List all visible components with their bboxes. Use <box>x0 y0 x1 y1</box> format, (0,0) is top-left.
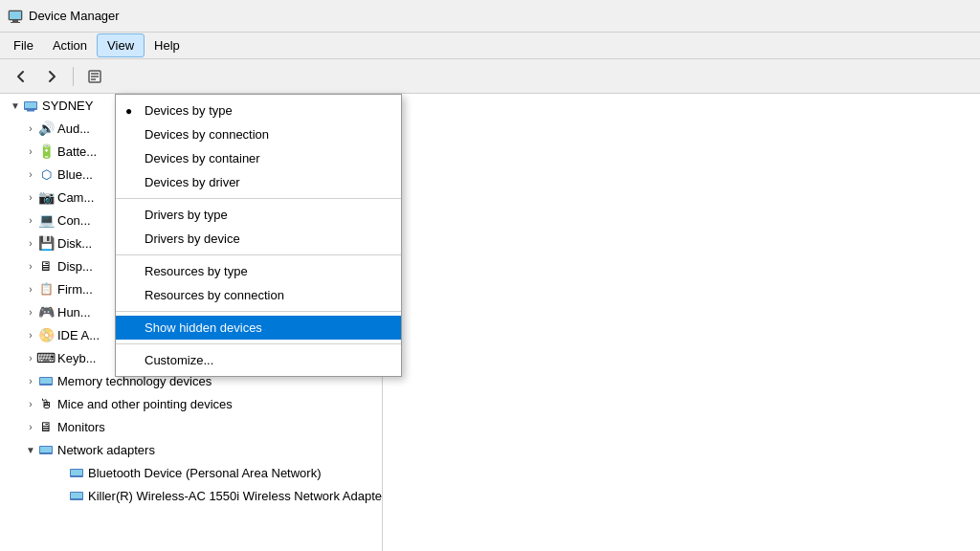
disk-arrow: › <box>23 235 38 251</box>
network-label: Network adapters <box>57 443 155 457</box>
detail-panel <box>383 94 980 551</box>
tree-item-network[interactable]: ▼ Network adapters <box>0 438 382 461</box>
menu-item-devices-by-connection[interactable]: Devices by connection <box>116 122 401 146</box>
devices-by-driver-label: Devices by driver <box>145 175 240 189</box>
battery-label: Batte... <box>57 144 97 159</box>
root-icon <box>23 98 38 113</box>
menu-bar: File Action View Help <box>0 33 980 59</box>
check-icon: ● <box>125 104 132 118</box>
display-label: Disp... <box>57 259 93 274</box>
menu-item-show-hidden-devices[interactable]: Show hidden devices <box>116 316 401 340</box>
svg-rect-16 <box>71 470 82 475</box>
keyboard-label: Keyb... <box>57 351 96 365</box>
svg-rect-10 <box>27 110 34 112</box>
back-button[interactable] <box>8 64 34 89</box>
computer-arrow: › <box>23 212 38 228</box>
bnet-icon <box>69 465 84 480</box>
camera-label: Cam... <box>57 190 94 205</box>
monitors-label: Monitors <box>57 420 105 434</box>
wireless-label: Killer(R) Wireless-AC 1550i Wireless Net… <box>88 489 382 503</box>
memory-icon <box>38 373 54 388</box>
back-icon <box>13 69 29 84</box>
resources-by-connection-label: Resources by connection <box>145 288 284 302</box>
menu-item-customize[interactable]: Customize... <box>116 348 401 372</box>
menu-item-drivers-by-type[interactable]: Drivers by type <box>116 203 401 227</box>
drivers-by-device-label: Drivers by device <box>145 231 240 246</box>
mice-icon: 🖱 <box>38 396 54 411</box>
tree-item-mice[interactable]: › 🖱 Mice and other pointing devices <box>0 392 382 415</box>
window-title: Device Manager <box>29 9 120 23</box>
properties-icon <box>87 69 102 84</box>
separator-3 <box>116 311 401 312</box>
tree-item-bluetooth-net[interactable]: › Bluetooth Device (Personal Area Networ… <box>0 461 382 484</box>
ide-arrow: › <box>23 327 38 342</box>
properties-button[interactable] <box>81 64 108 89</box>
show-hidden-devices-label: Show hidden devices <box>145 320 262 335</box>
menu-item-resources-by-type[interactable]: Resources by type <box>116 259 401 283</box>
bluetooth-label: Blue... <box>57 167 93 182</box>
audio-arrow: › <box>23 121 38 136</box>
display-icon: 🖥 <box>38 258 54 274</box>
menu-item-drivers-by-device[interactable]: Drivers by device <box>116 227 401 251</box>
svg-rect-1 <box>10 11 21 19</box>
computer-label: Con... <box>57 213 91 228</box>
battery-icon: 🔋 <box>38 143 54 159</box>
customize-label: Customize... <box>145 353 213 367</box>
monitors-icon: 🖥 <box>38 419 54 434</box>
bnet-label: Bluetooth Device (Personal Area Network) <box>88 466 322 480</box>
menu-view[interactable]: View <box>97 33 145 57</box>
menu-file[interactable]: File <box>4 34 43 56</box>
separator-2 <box>116 254 401 255</box>
memory-arrow: › <box>23 373 38 388</box>
keyboard-icon: ⌨ <box>38 350 54 365</box>
svg-rect-18 <box>71 493 82 498</box>
menu-item-resources-by-connection[interactable]: Resources by connection <box>116 283 401 307</box>
mice-label: Mice and other pointing devices <box>57 397 233 411</box>
bluetooth-arrow: › <box>23 166 38 182</box>
menu-help[interactable]: Help <box>145 34 189 56</box>
menu-item-devices-by-driver[interactable]: Devices by driver <box>116 170 401 194</box>
forward-button[interactable] <box>38 64 65 89</box>
devices-by-connection-label: Devices by connection <box>145 127 269 142</box>
forward-icon <box>44 69 59 84</box>
svg-rect-12 <box>40 378 52 384</box>
menu-action[interactable]: Action <box>43 34 97 56</box>
wireless-icon <box>69 488 84 503</box>
ide-label: IDE A... <box>57 328 100 342</box>
mice-arrow: › <box>23 396 38 411</box>
devices-by-type-label: Devices by type <box>145 103 233 118</box>
drivers-by-type-label: Drivers by type <box>145 208 228 222</box>
monitors-arrow: › <box>23 419 38 434</box>
menu-item-devices-by-type[interactable]: ● Devices by type <box>116 99 401 122</box>
root-arrow: ▼ <box>8 98 23 113</box>
main-content: ▼ SYDNEY › 🔊 Aud... › 🔋 Batte... › <box>0 94 980 551</box>
devices-by-container-label: Devices by container <box>145 151 260 165</box>
display-arrow: › <box>23 258 38 274</box>
human-icon: 🎮 <box>38 304 54 320</box>
resources-by-type-label: Resources by type <box>145 264 248 278</box>
separator-4 <box>116 343 401 344</box>
tree-item-monitors[interactable]: › 🖥 Monitors <box>0 415 382 438</box>
firmware-arrow: › <box>23 281 38 297</box>
ide-icon: 📀 <box>38 327 54 342</box>
network-icon <box>38 442 54 457</box>
root-label: SYDNEY <box>42 99 93 113</box>
tree-item-wireless[interactable]: › Killer(R) Wireless-AC 1550i Wireless N… <box>0 484 382 507</box>
title-bar: Device Manager <box>0 0 980 33</box>
computer-icon: 💻 <box>38 212 54 228</box>
bluetooth-icon: ⬡ <box>38 166 54 182</box>
toolbar <box>0 59 980 94</box>
svg-rect-3 <box>11 22 20 23</box>
battery-arrow: › <box>23 143 38 159</box>
audio-label: Aud... <box>57 121 90 136</box>
disk-label: Disk... <box>57 236 92 251</box>
app-icon <box>8 9 23 24</box>
toolbar-separator <box>73 67 74 86</box>
svg-rect-14 <box>40 447 52 452</box>
disk-icon: 💾 <box>38 235 54 251</box>
camera-icon: 📷 <box>38 189 54 205</box>
human-arrow: › <box>23 304 38 320</box>
firmware-icon: 📋 <box>38 281 54 297</box>
menu-item-devices-by-container[interactable]: Devices by container <box>116 146 401 170</box>
view-dropdown-menu: ● Devices by type Devices by connection … <box>115 94 402 377</box>
